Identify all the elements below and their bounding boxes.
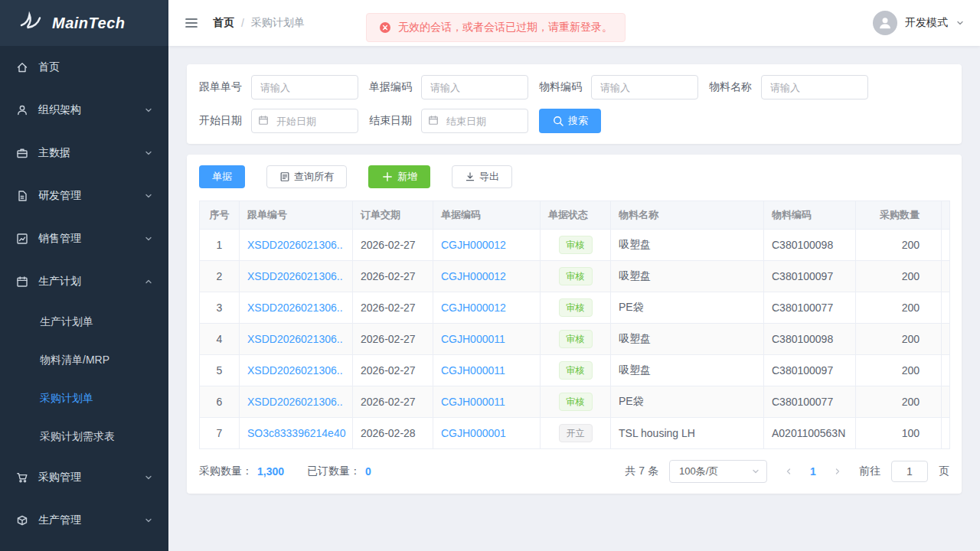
column-header-extra bbox=[942, 201, 950, 230]
sidebar-subitem[interactable]: 物料清单/MRP bbox=[0, 341, 168, 380]
sidebar-item-purchase-mgmt[interactable]: 采购管理 bbox=[0, 456, 168, 499]
filter-field: 结束日期 bbox=[369, 109, 528, 133]
column-header: 物料名称 bbox=[611, 201, 764, 230]
table-row[interactable]: 6XSDD2026021306..2026-02-27CGJH000011审核P… bbox=[200, 386, 950, 418]
table-footer: 采购数量： 1,300 已订数量： 0 共 7 条 100条/页 bbox=[199, 460, 949, 483]
follow-no-link[interactable]: XSDD2026021306.. bbox=[247, 302, 343, 314]
cell-seq: 3 bbox=[200, 292, 240, 324]
table-row[interactable]: 1XSDD2026021306..2026-02-27CGJH000012审核吸… bbox=[200, 230, 950, 261]
document-button-label: 单据 bbox=[212, 170, 232, 184]
cell-follow-no: SO3c833396214e40 bbox=[240, 418, 353, 449]
chevron-down-icon bbox=[144, 473, 153, 482]
cell-purchase-qty: 200 bbox=[856, 292, 942, 324]
ordered-qty-value: 0 bbox=[365, 465, 371, 478]
filter-label: 物料名称 bbox=[709, 80, 752, 94]
page-size-select[interactable]: 100条/页 bbox=[669, 460, 767, 483]
user-mode-label: 开发模式 bbox=[905, 16, 948, 30]
filter-input[interactable] bbox=[421, 75, 528, 99]
document-button[interactable]: 单据 bbox=[199, 165, 245, 188]
table-row[interactable]: 4XSDD2026021306..2026-02-27CGJH000011审核吸… bbox=[200, 324, 950, 355]
filter-input[interactable] bbox=[251, 75, 358, 99]
chevron-down-icon bbox=[751, 467, 760, 476]
cell-status: 审核 bbox=[541, 230, 611, 261]
doc-no-link[interactable]: CGJH000011 bbox=[441, 396, 505, 408]
cell-purchase-qty: 200 bbox=[856, 261, 942, 292]
add-button[interactable]: 新增 bbox=[368, 165, 430, 188]
search-button[interactable]: 搜索 bbox=[539, 109, 601, 133]
follow-no-link[interactable]: XSDD2026021306.. bbox=[247, 239, 343, 251]
follow-no-link[interactable]: XSDD2026021306.. bbox=[247, 364, 343, 377]
sidebar-toggle-icon[interactable] bbox=[184, 15, 199, 31]
search-icon bbox=[552, 115, 564, 127]
follow-no-link[interactable]: XSDD2026021306.. bbox=[247, 396, 343, 408]
error-toast: 无效的会话，或者会话已过期，请重新登录。 bbox=[366, 13, 626, 42]
follow-no-link[interactable]: SO3c833396214e40 bbox=[247, 427, 345, 439]
sidebar-item-sales-mgmt[interactable]: 销售管理 bbox=[0, 217, 168, 260]
person-icon bbox=[877, 15, 893, 31]
sidebar-subitem-label: 物料清单/MRP bbox=[40, 354, 109, 367]
cell-material-name: PE袋 bbox=[611, 386, 764, 418]
prev-page-button[interactable] bbox=[778, 461, 799, 482]
filter-field: 物料编码 bbox=[539, 75, 698, 99]
follow-no-link[interactable]: XSDD2026021306.. bbox=[247, 270, 343, 282]
sidebar-item-label: 研发管理 bbox=[38, 189, 135, 203]
cell-material-name: 吸塑盘 bbox=[611, 355, 764, 386]
current-page-button[interactable]: 1 bbox=[802, 461, 824, 482]
form-icon bbox=[279, 171, 290, 182]
cart-icon bbox=[15, 471, 29, 484]
table-row[interactable]: 7SO3c833396214e402026-02-28CGJH000001开立T… bbox=[200, 418, 950, 449]
filter-input[interactable] bbox=[591, 75, 698, 99]
page-size-value: 100条/页 bbox=[679, 465, 718, 478]
doc-no-link[interactable]: CGJH000012 bbox=[441, 302, 506, 314]
cell-follow-no: XSDD2026021306.. bbox=[240, 324, 353, 355]
cell-doc-no: CGJH000011 bbox=[433, 355, 541, 386]
sidebar-subitem[interactable]: 生产计划单 bbox=[0, 303, 168, 341]
column-header: 单据编码 bbox=[433, 201, 541, 230]
cell-material-name: 吸塑盘 bbox=[611, 261, 764, 292]
text-input-wrap bbox=[591, 75, 698, 99]
sidebar-subitem[interactable]: 采购计划单 bbox=[0, 380, 168, 418]
doc-no-link[interactable]: CGJH000012 bbox=[441, 239, 506, 251]
table-row[interactable]: 5XSDD2026021306..2026-02-27CGJH000011审核吸… bbox=[200, 355, 950, 386]
cell-doc-no: CGJH000011 bbox=[433, 386, 541, 418]
breadcrumb-current: 采购计划单 bbox=[251, 16, 305, 30]
sidebar-menu: 首页组织架构主数据研发管理销售管理生产计划生产计划单物料清单/MRP采购计划单采… bbox=[0, 46, 168, 551]
sidebar-item-production-mgmt[interactable]: 生产管理 bbox=[0, 499, 168, 542]
export-button[interactable]: 导出 bbox=[452, 165, 512, 188]
table-row[interactable]: 3XSDD2026021306..2026-02-27CGJH000012审核P… bbox=[200, 292, 950, 324]
page-content: 跟单单号单据编码物料编码物料名称开始日期结束日期 搜索 单据 查询所有 bbox=[168, 46, 980, 551]
sidebar-item-label: 首页 bbox=[38, 60, 153, 74]
plus-icon bbox=[381, 171, 394, 183]
search-button-label: 搜索 bbox=[568, 114, 588, 128]
filter-input[interactable] bbox=[761, 75, 868, 99]
sidebar-item-home[interactable]: 首页 bbox=[0, 46, 168, 89]
table-row[interactable]: 2XSDD2026021306..2026-02-27CGJH000012审核吸… bbox=[200, 261, 950, 292]
sidebar-item-rd-mgmt[interactable]: 研发管理 bbox=[0, 174, 168, 217]
text-input-wrap bbox=[761, 75, 868, 99]
cell-material-code: C380100077 bbox=[764, 292, 856, 324]
sidebar-item-master-data[interactable]: 主数据 bbox=[0, 132, 168, 174]
doc-no-link[interactable]: CGJH000001 bbox=[441, 427, 506, 439]
sidebar-subitem[interactable]: 采购计划需求表 bbox=[0, 418, 168, 456]
cell-material-name: TSL housing LH bbox=[611, 418, 764, 449]
doc-no-link[interactable]: CGJH000011 bbox=[441, 364, 505, 377]
breadcrumb-home[interactable]: 首页 bbox=[213, 16, 234, 30]
doc-no-link[interactable]: CGJH000011 bbox=[441, 333, 505, 345]
cell-status: 审核 bbox=[541, 261, 611, 292]
cell-delivery-date: 2026-02-28 bbox=[353, 418, 433, 449]
cell-follow-no: XSDD2026021306.. bbox=[240, 386, 353, 418]
brand-logo[interactable]: MainTech bbox=[0, 0, 168, 46]
goto-page-input[interactable] bbox=[891, 461, 928, 482]
doc-no-link[interactable]: CGJH000012 bbox=[441, 270, 506, 282]
query-all-button[interactable]: 查询所有 bbox=[266, 165, 347, 188]
sidebar-item-org[interactable]: 组织架构 bbox=[0, 89, 168, 132]
next-page-button[interactable] bbox=[827, 461, 848, 482]
cell-material-name: 吸塑盘 bbox=[611, 324, 764, 355]
user-menu[interactable]: 开发模式 bbox=[873, 11, 965, 35]
follow-no-link[interactable]: XSDD2026021306.. bbox=[247, 333, 343, 345]
box-icon bbox=[15, 514, 29, 527]
cell-status: 审核 bbox=[541, 386, 611, 418]
chevron-up-icon bbox=[144, 277, 153, 286]
cell-extra bbox=[942, 230, 950, 261]
sidebar-item-production-plan[interactable]: 生产计划 bbox=[0, 260, 168, 303]
